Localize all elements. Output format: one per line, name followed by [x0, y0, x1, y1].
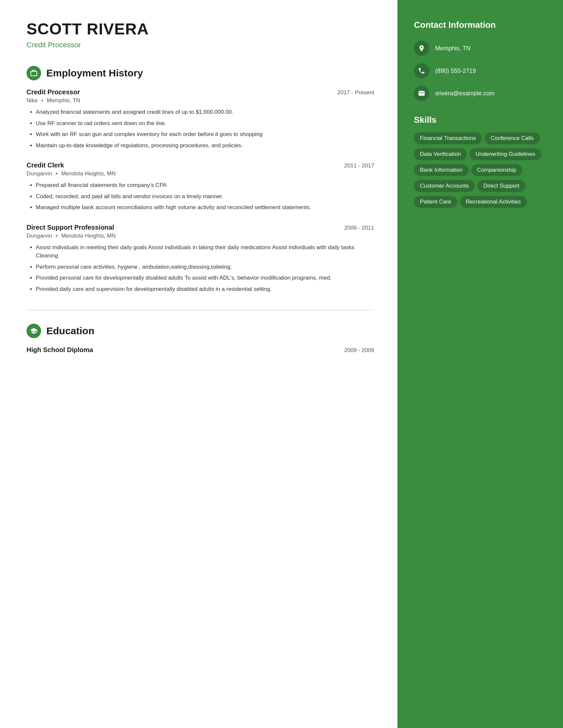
candidate-name: SCOTT RIVERA — [26, 20, 374, 38]
skill-pill: Data Verification — [414, 148, 467, 160]
education-section: Education High School Diploma2009 - 2009 — [26, 324, 374, 354]
job-entry: Direct Support Professional2009 - 2011Du… — [26, 224, 374, 294]
job-title: Credit Clerk — [26, 161, 64, 169]
job-bullet: Assist individuals in meeting their dail… — [36, 243, 374, 260]
graduation-svg — [30, 327, 38, 335]
briefcase-svg — [30, 69, 38, 77]
job-bullet: Maintain up-to-date knowledge of regulat… — [36, 141, 374, 150]
job-company: Dungarvin • Mendota Heights, MN — [26, 233, 374, 239]
contact-email: srivera@example.com — [414, 86, 546, 101]
job-bullet: Perform personal care activities, hygien… — [36, 263, 374, 271]
job-title: Credit Processor — [26, 88, 80, 96]
job-bullet: Analyzed financial statements and assign… — [36, 108, 374, 116]
contact-email-text: srivera@example.com — [435, 90, 494, 97]
job-dates: 2017 - Present — [337, 89, 374, 96]
skill-pill: Patient Care — [414, 196, 457, 208]
right-panel: Contact Information Memphis, TN (890) 55… — [398, 0, 563, 728]
contact-phone: (890) 555-2719 — [414, 63, 546, 78]
employment-heading: Employment History — [26, 66, 374, 80]
skill-pill: Companionship — [471, 164, 522, 176]
skill-pill: Recreational Activities — [460, 196, 527, 208]
skill-pill: Financial Transactions — [414, 132, 482, 144]
edu-dates: 2009 - 2009 — [344, 347, 374, 354]
edu-degree: High School Diploma — [26, 346, 93, 354]
email-icon-circle — [414, 86, 429, 101]
skill-pill: Direct Support — [477, 180, 525, 192]
job-bullet: Provided daily care and supervision for … — [36, 285, 374, 294]
left-panel: SCOTT RIVERA Credit Processor Employment… — [0, 0, 398, 728]
job-bullet: Prepared all financial statements for co… — [36, 181, 374, 190]
edu-entries-container: High School Diploma2009 - 2009 — [26, 346, 374, 354]
job-bullet: Provided personal care for developmental… — [36, 274, 374, 282]
contact-heading: Contact Information — [414, 20, 546, 30]
job-bullet: Work with an RF scan gun and comples inv… — [36, 130, 374, 139]
education-icon — [26, 324, 41, 338]
job-title: Direct Support Professional — [26, 224, 114, 231]
contact-location-text: Memphis, TN — [435, 45, 471, 52]
job-header: Credit Processor2017 - Present — [26, 88, 374, 96]
contact-phone-text: (890) 555-2719 — [435, 68, 476, 74]
employment-section-title: Employment History — [46, 68, 143, 79]
edu-header: High School Diploma2009 - 2009 — [26, 346, 374, 354]
candidate-title: Credit Processor — [26, 41, 374, 49]
job-bullets: Analyzed financial statements and assign… — [26, 108, 374, 150]
skill-pill: Underwriting Guidelines — [470, 148, 541, 160]
skill-pill: Conference Calls — [485, 132, 540, 144]
skills-container: Financial TransactionsConference CallsDa… — [414, 132, 546, 212]
skill-pill: Bank Information — [414, 164, 469, 176]
education-section-title: Education — [46, 325, 94, 337]
job-entries-container: Credit Processor2017 - PresentNike • Mem… — [26, 88, 374, 293]
skill-pill: Customer Accounts — [414, 180, 475, 192]
skills-heading: Skills — [414, 115, 546, 125]
job-header: Credit Clerk2011 - 2017 — [26, 161, 374, 169]
section-divider — [26, 310, 374, 310]
job-bullets: Prepared all financial statements for co… — [26, 181, 374, 212]
job-company: Nike • Memphis, TN — [26, 97, 374, 104]
edu-entry: High School Diploma2009 - 2009 — [26, 346, 374, 354]
location-icon — [418, 45, 425, 52]
education-heading: Education — [26, 324, 374, 338]
job-bullet: Coded, recorded, and paid all bills and … — [36, 192, 374, 201]
job-entry: Credit Clerk2011 - 2017Dungarvin • Mendo… — [26, 161, 374, 212]
job-dates: 2011 - 2017 — [344, 162, 374, 169]
job-company: Dungarvin • Mendota Heights, MN — [26, 170, 374, 177]
contact-location: Memphis, TN — [414, 41, 546, 56]
job-bullet: Managed multiple bank account reconcilia… — [36, 203, 374, 212]
email-icon — [418, 90, 425, 97]
job-bullets: Assist individuals in meeting their dail… — [26, 243, 374, 294]
job-header: Direct Support Professional2009 - 2011 — [26, 224, 374, 231]
employment-section: Employment History Credit Processor2017 … — [26, 66, 374, 293]
location-icon-circle — [414, 41, 429, 56]
phone-icon — [418, 67, 425, 74]
phone-icon-circle — [414, 63, 429, 78]
job-entry: Credit Processor2017 - PresentNike • Mem… — [26, 88, 374, 150]
job-bullet: Use RF scanner to rad orders sent down o… — [36, 119, 374, 128]
employment-icon — [26, 66, 41, 80]
job-dates: 2009 - 2011 — [344, 225, 374, 231]
